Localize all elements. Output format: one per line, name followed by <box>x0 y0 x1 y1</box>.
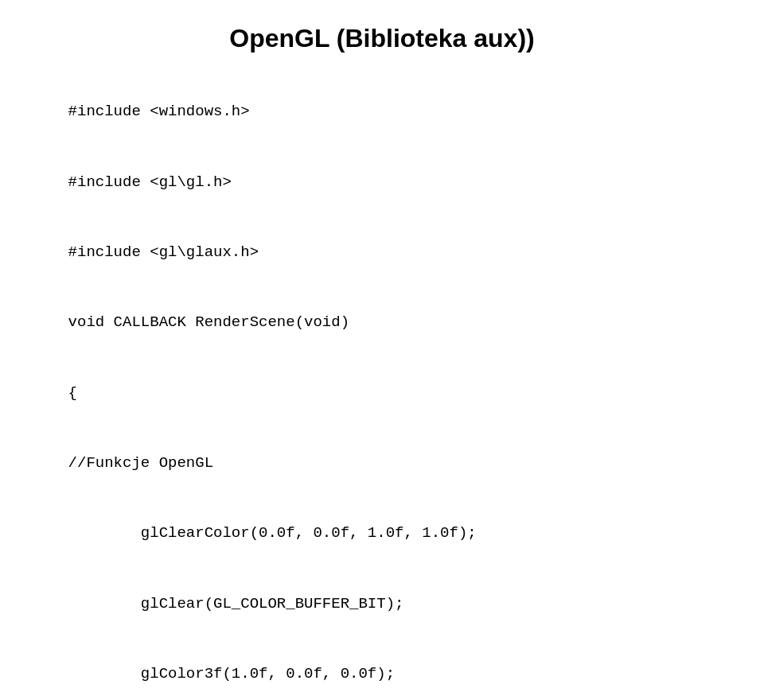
code-line-9: glColor3f(1.0f, 0.0f, 0.0f); <box>68 665 395 682</box>
code-line-2: #include <gl\gl.h> <box>68 173 232 191</box>
code-line-4: void CALLBACK RenderScene(void) <box>68 313 349 331</box>
code-line-7: glClearColor(0.0f, 0.0f, 1.0f, 1.0f); <box>68 524 477 542</box>
code-block: #include <windows.h> #include <gl\gl.h> … <box>32 77 732 700</box>
code-line-5: { <box>68 384 77 402</box>
code-line-6: //Funkcje OpenGL <box>68 454 213 472</box>
code-line-8: glClear(GL_COLOR_BUFFER_BIT); <box>68 595 404 612</box>
code-line-3: #include <gl\glaux.h> <box>68 243 259 261</box>
page-container: OpenGL (Biblioteka aux)) #include <windo… <box>0 0 764 700</box>
code-line-1: #include <windows.h> <box>68 103 250 120</box>
page-title: OpenGL (Biblioteka aux)) <box>229 24 534 53</box>
